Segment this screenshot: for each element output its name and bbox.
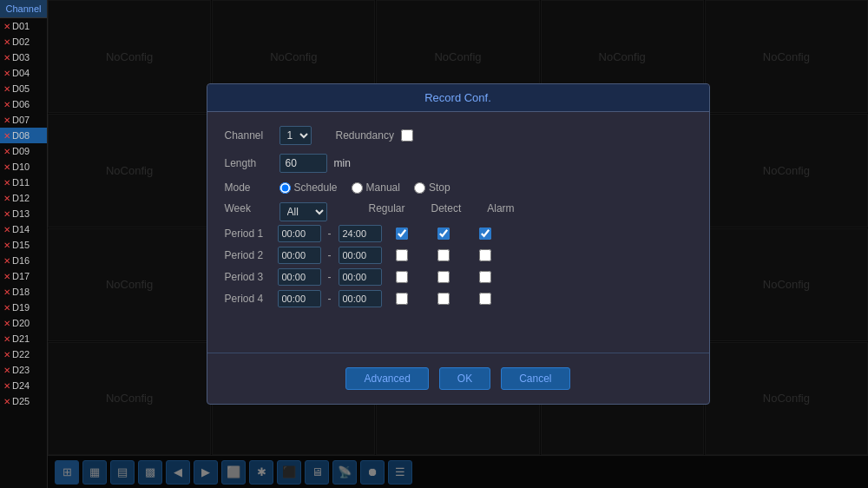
period-regular-2[interactable] [396,249,408,261]
mode-schedule[interactable]: Schedule [279,181,338,194]
sidebar-item-d09[interactable]: ✕D09 [0,143,47,159]
sidebar-item-d21[interactable]: ✕D21 [0,331,47,346]
redundancy-label: Redundancy [336,129,394,142]
sidebar-item-d25[interactable]: ✕D25 [0,393,47,409]
period-start-3[interactable] [278,268,321,286]
period-checks-2 [396,249,491,261]
period-row-4: Period 4 - [225,290,692,307]
period-checks-4 [396,293,491,305]
sidebar-item-d19[interactable]: ✕D19 [0,300,47,315]
period-label-1: Period 1 [225,228,273,240]
sidebar-item-d06[interactable]: ✕D06 [0,96,47,112]
redundancy-row: Redundancy [336,129,413,142]
time-separator-2: - [328,249,332,261]
period-detect-3[interactable] [437,271,450,283]
sidebar-item-d10[interactable]: ✕D10 [0,159,47,175]
period-regular-3[interactable] [396,271,408,283]
period-row-2: Period 2 - [225,247,692,264]
cancel-button[interactable]: Cancel [501,367,569,390]
modal-body: Channel 1 Redundancy Length min [207,112,709,353]
period-alarm-3[interactable] [479,271,491,283]
record-conf-modal: Record Conf. Channel 1 Redundancy [207,83,710,405]
period-start-4[interactable] [278,290,321,307]
sidebar-item-d15[interactable]: ✕D15 [0,237,47,253]
sidebar-item-d16[interactable]: ✕D16 [0,253,47,268]
period-alarm-1[interactable] [479,228,491,240]
col-alarm: Alarm [487,202,514,214]
sidebar-item-d12[interactable]: ✕D12 [0,190,47,206]
period-detect-1[interactable] [437,228,450,240]
time-separator-4: - [328,293,332,305]
channel-row: Channel 1 Redundancy [225,126,692,145]
time-separator-1: - [328,228,332,240]
period-regular-4[interactable] [396,293,408,305]
sidebar-item-d20[interactable]: ✕D20 [0,315,47,331]
sidebar-item-d18[interactable]: ✕D18 [0,284,47,300]
x-mark-icon: ✕ [3,194,10,203]
sidebar-item-d24[interactable]: ✕D24 [0,378,47,393]
sidebar-item-d17[interactable]: ✕D17 [0,268,47,284]
sidebar-item-d14[interactable]: ✕D14 [0,221,47,237]
week-row: Week All Mon Tue Wed Thu Fri Sat Sun [225,202,692,221]
period-row-1: Period 1 - [225,225,692,242]
channel-select[interactable]: 1 [279,126,312,145]
mode-manual[interactable]: Manual [352,181,400,194]
period-alarm-4[interactable] [479,293,491,305]
period-regular-1[interactable] [396,228,408,240]
x-mark-icon: ✕ [3,334,10,344]
advanced-button[interactable]: Advanced [345,367,428,390]
sidebar-item-d02[interactable]: ✕D02 [0,34,47,49]
x-mark-icon: ✕ [3,272,10,281]
week-label: Week [225,202,273,214]
period-detect-2[interactable] [437,249,450,261]
sidebar-item-d13[interactable]: ✕D13 [0,206,47,221]
channel-label: D13 [12,208,30,219]
period-end-2[interactable] [339,247,382,264]
x-mark-icon: ✕ [3,381,10,391]
sidebar-item-d08[interactable]: ✕D08 [0,128,47,143]
mode-stop[interactable]: Stop [414,181,450,194]
channel-label: D01 [12,21,30,31]
channel-label: Channel [225,129,273,142]
sidebar-item-d01[interactable]: ✕D01 [0,18,47,34]
content-area: NoConfigNoConfigNoConfigNoConfigNoConfig… [48,0,868,488]
sidebar-item-d23[interactable]: ✕D23 [0,362,47,378]
modal-footer: Advanced OK Cancel [207,353,709,404]
period-end-4[interactable] [339,290,382,307]
periods-container: Period 1 - Period 2 - Period 3 - Period … [225,225,692,307]
period-start-2[interactable] [278,247,321,264]
channel-label: D07 [12,115,30,125]
ok-button[interactable]: OK [439,367,490,390]
channel-label: D20 [12,318,30,328]
period-end-1[interactable] [339,225,382,242]
period-detect-4[interactable] [437,293,450,305]
period-alarm-2[interactable] [479,249,491,261]
period-start-1[interactable] [278,225,321,242]
period-end-3[interactable] [339,268,382,286]
x-mark-icon: ✕ [3,84,10,94]
redundancy-checkbox[interactable] [401,129,413,142]
sidebar: Channel ✕D01✕D02✕D03✕D04✕D05✕D06✕D07✕D08… [0,0,48,488]
channel-label: D23 [12,365,30,375]
length-input[interactable] [279,154,327,173]
period-checks-3 [396,271,491,283]
col-detect: Detect [431,202,462,214]
x-mark-icon: ✕ [3,225,10,234]
channel-label: D09 [12,146,30,156]
x-mark-icon: ✕ [3,147,10,156]
sidebar-item-d22[interactable]: ✕D22 [0,346,47,362]
sidebar-item-d07[interactable]: ✕D07 [0,112,47,128]
week-select[interactable]: All Mon Tue Wed Thu Fri Sat Sun [279,202,327,221]
period-row-3: Period 3 - [225,268,692,286]
sidebar-item-d05[interactable]: ✕D05 [0,81,47,96]
x-mark-icon: ✕ [3,303,10,313]
sidebar-item-d11[interactable]: ✕D11 [0,175,47,190]
modal-title: Record Conf. [207,84,709,112]
x-mark-icon: ✕ [3,178,10,188]
main-container: Channel ✕D01✕D02✕D03✕D04✕D05✕D06✕D07✕D08… [0,0,868,488]
channel-label: D16 [12,255,30,266]
sidebar-item-d03[interactable]: ✕D03 [0,49,47,65]
period-checks-1 [396,228,491,240]
x-mark-icon: ✕ [3,115,10,125]
sidebar-item-d04[interactable]: ✕D04 [0,65,47,81]
